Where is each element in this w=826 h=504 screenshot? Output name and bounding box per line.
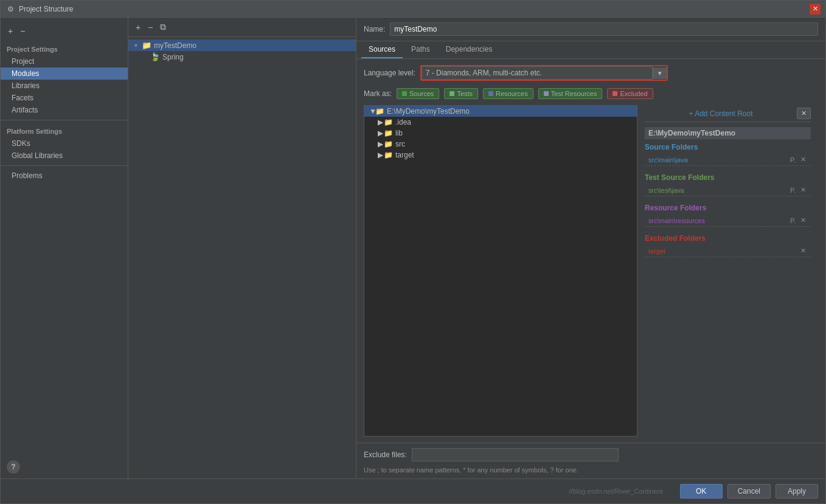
exclude-files-row: Exclude files:	[356, 443, 825, 466]
excluded-folder-entry: target ✕	[645, 245, 811, 257]
source-folder-actions: P. ✕	[789, 156, 807, 164]
tabs-row: Sources Paths Dependencies	[356, 41, 825, 59]
file-tree-src[interactable]: ▶ 📁 src	[364, 139, 637, 150]
name-row: Name:	[356, 18, 825, 41]
test-source-folder-path: src\test\java	[648, 187, 684, 194]
badge-resources-label: Resources	[496, 90, 528, 97]
main-content: + − Project Settings Project Modules Lib…	[1, 18, 825, 478]
src-folder-icon: 📁	[384, 140, 393, 148]
panel-content: Language level: 7 - Diamonds, ARM, multi…	[356, 59, 825, 443]
module-folder-icon: 📁	[142, 41, 151, 50]
tree-remove-button[interactable]: −	[145, 21, 155, 33]
info-title-row: + Add Content Root ✕	[645, 105, 811, 122]
ok-button[interactable]: OK	[680, 484, 723, 499]
badge-tests[interactable]: Tests	[444, 88, 478, 99]
tree-add-button[interactable]: +	[133, 21, 143, 33]
resource-folder-entry: src\main\resources P. ✕	[645, 215, 811, 227]
tree-item-spring[interactable]: 🍃 Spring	[128, 51, 356, 63]
badge-excluded-label: Excluded	[620, 90, 647, 97]
info-panel-close-button[interactable]: ✕	[797, 108, 811, 119]
language-level-dropdown-arrow[interactable]: ▼	[653, 67, 667, 79]
sidebar-item-project[interactable]: Project	[1, 55, 128, 67]
source-folder-path: src\main\java	[648, 156, 688, 164]
tab-paths[interactable]: Paths	[404, 41, 437, 58]
source-folder-remove-btn[interactable]: ✕	[799, 156, 807, 164]
tab-dependencies[interactable]: Dependencies	[439, 41, 500, 58]
file-tree-idea[interactable]: ▶ 📁 .idea	[364, 117, 637, 128]
tests-dot	[449, 91, 454, 96]
lib-arrow: ▶	[378, 129, 384, 137]
sidebar-item-global-libraries[interactable]: Global Libraries	[1, 150, 128, 162]
module-tree: ▼ 📁 myTestDemo 🍃 Spring	[128, 37, 356, 478]
badge-resources[interactable]: Resources	[483, 88, 533, 99]
source-folder-edit-btn[interactable]: P.	[789, 156, 797, 164]
apply-button[interactable]: Apply	[776, 484, 818, 499]
file-tree-root-label: E:\MyDemo\myTestDemo	[387, 107, 470, 116]
file-tree-idea-label: .idea	[395, 118, 411, 126]
tree-item-label-mytestdemo: myTestDemo	[154, 41, 196, 50]
file-tree-area: ▼ 📁 E:\MyDemo\myTestDemo ▶ 📁 .idea ▶ 📁	[364, 105, 637, 437]
test-folder-remove-btn[interactable]: ✕	[799, 186, 807, 194]
module-tree-panel: + − ⧉ ▼ 📁 myTestDemo 🍃 Spring	[128, 18, 356, 478]
idea-folder-icon: 📁	[384, 118, 393, 126]
excluded-folder-path: target	[648, 247, 665, 255]
mark-as-label: Mark as:	[364, 89, 392, 98]
spring-icon: 🍃	[150, 52, 160, 61]
tree-item-mytestdemo[interactable]: ▼ 📁 myTestDemo	[128, 40, 356, 51]
watermark: //blog.esdn.net/River_Continent	[8, 488, 663, 495]
help-button[interactable]: ?	[7, 460, 20, 474]
test-folder-actions: P. ✕	[789, 186, 807, 194]
sources-dot	[402, 91, 407, 96]
sidebar-item-problems[interactable]: Problems	[1, 170, 128, 182]
root-arrow: ▼	[369, 107, 375, 116]
target-arrow: ▶	[378, 151, 384, 159]
project-settings-header: Project Settings	[1, 42, 128, 55]
excluded-folder-remove-btn[interactable]: ✕	[799, 247, 807, 255]
file-tree-root[interactable]: ▼ 📁 E:\MyDemo\myTestDemo	[364, 106, 637, 117]
sidebar-item-facets[interactable]: Facets	[1, 92, 128, 104]
sidebar-item-modules[interactable]: Modules	[1, 67, 128, 80]
badge-sources-label: Sources	[409, 90, 434, 97]
sidebar-item-libraries[interactable]: Libraries	[1, 80, 128, 92]
exclude-files-label: Exclude files:	[364, 450, 407, 459]
idea-arrow: ▶	[378, 118, 384, 126]
file-tree-target-label: target	[395, 151, 414, 159]
resource-folders-section: Resource Folders src\main\resources P. ✕	[645, 204, 811, 227]
badge-excluded[interactable]: Excluded	[607, 88, 653, 99]
close-button[interactable]: ✕	[810, 4, 821, 15]
tree-copy-button[interactable]: ⧉	[158, 21, 168, 33]
test-folder-edit-btn[interactable]: P.	[789, 186, 797, 194]
cancel-button[interactable]: Cancel	[727, 484, 771, 499]
language-level-select[interactable]: 7 - Diamonds, ARM, multi-catch etc.	[422, 66, 653, 80]
bottom-bar: //blog.esdn.net/River_Continent OK Cance…	[1, 478, 825, 503]
excluded-dot	[613, 91, 617, 96]
name-input[interactable]	[390, 22, 818, 36]
sidebar-item-sdks[interactable]: SDKs	[1, 137, 128, 150]
info-panel: + Add Content Root ✕ E:\MyDemo\myTestDem…	[637, 105, 818, 437]
src-arrow: ▶	[378, 140, 384, 148]
file-tree-target[interactable]: ▶ 📁 target	[364, 150, 637, 161]
add-content-root-button[interactable]: + Add Content Root	[686, 108, 755, 119]
info-panel-path: E:\MyDemo\myTestDemo	[645, 127, 811, 139]
resource-folder-remove-btn[interactable]: ✕	[799, 216, 807, 224]
resource-folders-title: Resource Folders	[645, 204, 811, 212]
tab-sources[interactable]: Sources	[361, 41, 403, 58]
sidebar-item-artifacts[interactable]: Artifacts	[1, 104, 128, 116]
sidebar-remove-button[interactable]: −	[18, 25, 27, 37]
name-label: Name:	[364, 25, 385, 33]
resources-dot	[488, 91, 493, 96]
badge-test-resources[interactable]: Test Resources	[538, 88, 603, 99]
test-resources-dot	[544, 91, 549, 96]
split-area: ▼ 📁 E:\MyDemo\myTestDemo ▶ 📁 .idea ▶ 📁	[364, 105, 818, 437]
file-tree-lib[interactable]: ▶ 📁 lib	[364, 128, 637, 139]
test-source-folder-entry: src\test\java P. ✕	[645, 184, 811, 196]
sidebar-toolbar: + −	[1, 22, 128, 40]
sidebar-add-button[interactable]: +	[5, 25, 15, 37]
file-tree-src-label: src	[395, 140, 405, 148]
resource-folder-edit-btn[interactable]: P.	[789, 216, 797, 224]
source-folders-section: Source Folders src\main\java P. ✕	[645, 143, 811, 166]
resource-folder-path: src\main\resources	[648, 217, 705, 224]
badge-sources[interactable]: Sources	[397, 88, 439, 99]
exclude-files-input[interactable]	[412, 448, 619, 461]
file-tree-lib-label: lib	[395, 129, 403, 137]
